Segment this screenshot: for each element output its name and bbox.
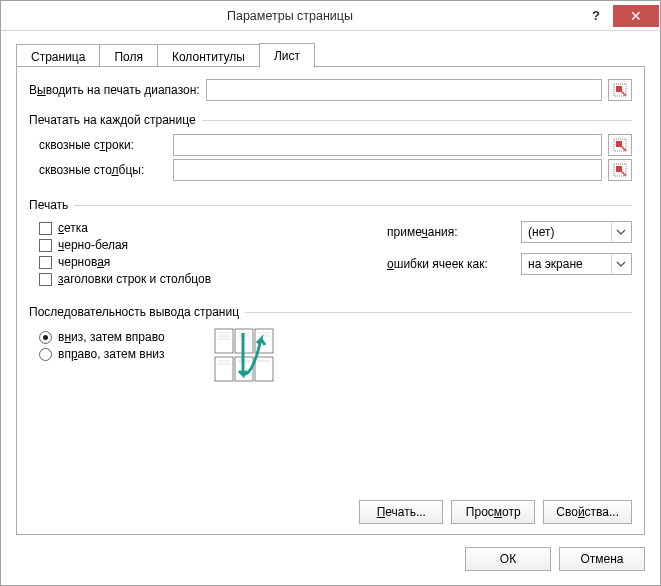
close-button[interactable]: ✕	[613, 5, 659, 27]
range-select-icon	[613, 83, 627, 97]
page-order-icon	[213, 327, 299, 385]
titlebar: Параметры страницы ? ✕	[1, 1, 660, 31]
order-group: Последовательность вывода страниц	[29, 305, 632, 319]
comments-value: (нет)	[528, 225, 611, 239]
repeat-cols-row: сквозные столбцы:	[39, 159, 632, 181]
range-select-icon	[613, 138, 627, 152]
preview-button[interactable]: Просмотр	[451, 500, 535, 524]
print-range-input[interactable]	[206, 79, 602, 101]
errors-combo[interactable]: на экране	[521, 253, 632, 275]
checkbox[interactable]	[39, 273, 52, 286]
check-bw[interactable]: черно-белая	[39, 238, 371, 252]
tab-headers[interactable]: Колонтитулы	[157, 44, 260, 66]
radio-over-down[interactable]: вправо, затем вниз	[39, 347, 199, 361]
radio-down-over[interactable]: вниз, затем вправо	[39, 330, 199, 344]
dialog-footer: ОК Отмена	[1, 535, 660, 585]
ok-button[interactable]: ОК	[465, 547, 551, 571]
repeat-legend: Печатать на каждой странице	[29, 113, 196, 127]
page-setup-dialog: Параметры страницы ? ✕ Страница Поля Кол…	[0, 0, 661, 586]
check-grid[interactable]: сетка	[39, 221, 371, 235]
svg-rect-6	[215, 329, 233, 353]
comments-label: примечания:	[387, 225, 515, 239]
properties-button[interactable]: Свойства...	[543, 500, 632, 524]
print-range-ref-button[interactable]	[608, 79, 632, 101]
repeat-cols-ref-button[interactable]	[608, 159, 632, 181]
print-options-right: примечания: (нет) ошибки ячеек как: на э…	[387, 218, 632, 289]
repeat-rows-row: сквозные строки:	[39, 134, 632, 156]
errors-row: ошибки ячеек как: на экране	[387, 253, 632, 275]
dialog-body: Страница Поля Колонтитулы Лист Выводить …	[1, 31, 660, 535]
repeat-rows-input[interactable]	[173, 134, 602, 156]
repeat-rows-ref-button[interactable]	[608, 134, 632, 156]
svg-rect-11	[255, 357, 273, 381]
print-legend: Печать	[29, 198, 68, 212]
print-group: Печать	[29, 198, 632, 212]
sheet-tab-content: Выводить на печать диапазон: Печатать на…	[16, 67, 645, 535]
comments-combo[interactable]: (нет)	[521, 221, 632, 243]
tabstrip: Страница Поля Колонтитулы Лист	[16, 43, 645, 67]
check-draft[interactable]: черновая	[39, 255, 371, 269]
svg-rect-9	[215, 357, 233, 381]
print-options-left: сетка черно-белая черновая заголовки стр…	[39, 218, 371, 289]
print-range-label: Выводить на печать диапазон:	[29, 83, 200, 97]
chevron-down-icon	[611, 223, 629, 241]
checkbox[interactable]	[39, 256, 52, 269]
repeat-cols-input[interactable]	[173, 159, 602, 181]
repeat-group: Печатать на каждой странице	[29, 113, 632, 127]
checkbox[interactable]	[39, 239, 52, 252]
print-button[interactable]: Печать...	[359, 500, 443, 524]
tab-sheet[interactable]: Лист	[259, 43, 315, 68]
errors-label: ошибки ячеек как:	[387, 257, 515, 271]
window-title: Параметры страницы	[1, 9, 579, 23]
action-buttons: Печать... Просмотр Свойства...	[29, 500, 632, 524]
comments-row: примечания: (нет)	[387, 221, 632, 243]
radio[interactable]	[39, 348, 52, 361]
radio[interactable]	[39, 331, 52, 344]
check-headers[interactable]: заголовки строк и столбцов	[39, 272, 371, 286]
tab-fields[interactable]: Поля	[99, 44, 158, 66]
range-select-icon	[613, 163, 627, 177]
order-legend: Последовательность вывода страниц	[29, 305, 239, 319]
repeat-cols-label: сквозные столбцы:	[39, 163, 167, 177]
cancel-button[interactable]: Отмена	[559, 547, 645, 571]
chevron-down-icon	[611, 255, 629, 273]
errors-value: на экране	[528, 257, 611, 271]
tab-page[interactable]: Страница	[16, 44, 100, 66]
checkbox[interactable]	[39, 222, 52, 235]
help-button[interactable]: ?	[579, 5, 613, 27]
repeat-rows-label: сквозные строки:	[39, 138, 167, 152]
print-range-row: Выводить на печать диапазон:	[29, 79, 632, 101]
order-radios: вниз, затем вправо вправо, затем вниз	[39, 327, 199, 364]
